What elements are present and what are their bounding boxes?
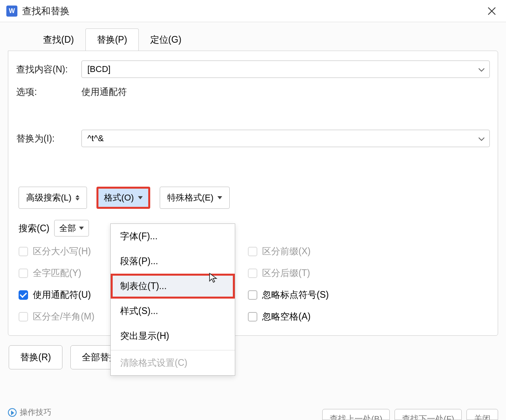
replace-value: ^t^&: [87, 133, 104, 144]
find-label: 查找内容(N):: [16, 63, 81, 76]
app-icon: W: [6, 6, 17, 17]
cursor-icon: [209, 272, 219, 283]
checkbox-icon: [19, 269, 28, 278]
checkbox-icon: [248, 312, 257, 322]
tab-goto[interactable]: 定位(G): [139, 28, 193, 51]
options-label: 选项:: [16, 86, 81, 98]
checkbox-checked-icon: [19, 290, 28, 300]
play-circle-icon: [8, 408, 17, 417]
advanced-search-button[interactable]: 高级搜索(L): [19, 187, 87, 209]
updown-icon: [76, 195, 79, 201]
menu-item-clear-format: 清除格式设置(C): [111, 350, 235, 375]
menu-item-style[interactable]: 样式(S)...: [111, 299, 235, 324]
chevron-down-icon[interactable]: [478, 64, 485, 74]
check-ignore-punct[interactable]: 忽略标点符号(S): [248, 289, 329, 301]
chevron-down-icon[interactable]: [478, 133, 485, 144]
find-prev-button[interactable]: 查找上一处(B): [322, 409, 390, 420]
tab-find[interactable]: 查找(D): [32, 28, 85, 51]
menu-item-highlight[interactable]: 突出显示(H): [111, 324, 235, 348]
find-input[interactable]: [BCD]: [81, 61, 490, 78]
search-scope-select[interactable]: 全部: [54, 220, 89, 236]
replace-input[interactable]: ^t^&: [81, 130, 490, 147]
close-button[interactable]: 关闭: [466, 409, 498, 420]
replace-label: 替换为(I):: [16, 132, 81, 145]
check-ignore-space[interactable]: 忽略空格(A): [248, 310, 329, 323]
check-prefix: 区分前缀(X): [248, 245, 329, 257]
options-value: 使用通配符: [81, 86, 127, 98]
special-format-button[interactable]: 特殊格式(E): [160, 187, 230, 209]
format-dropdown-menu: 字体(F)... 段落(P)... 制表位(T)... 样式(S)... 突出显…: [110, 223, 235, 376]
find-value: [BCD]: [87, 64, 111, 74]
checkbox-icon: [19, 247, 28, 256]
menu-item-paragraph[interactable]: 段落(P)...: [111, 249, 235, 274]
check-suffix: 区分后缀(T): [248, 267, 329, 279]
caret-down-icon: [79, 227, 84, 230]
checkbox-icon: [19, 312, 28, 322]
checkbox-icon: [248, 290, 257, 300]
tab-replace[interactable]: 替换(P): [85, 28, 139, 51]
replace-button[interactable]: 替换(R): [9, 345, 62, 369]
search-scope-label: 搜索(C): [19, 222, 49, 235]
caret-down-icon: [217, 196, 222, 199]
checkbox-icon: [248, 269, 257, 278]
format-button[interactable]: 格式(O): [96, 187, 150, 209]
caret-down-icon: [138, 196, 143, 199]
dialog-title: 查找和替换: [22, 5, 70, 17]
menu-item-font[interactable]: 字体(F)...: [111, 224, 235, 249]
tab-bar: 查找(D) 替换(P) 定位(G): [32, 28, 498, 51]
titlebar: W 查找和替换: [0, 0, 506, 22]
tab-panel-replace: 查找内容(N): [BCD] 选项: 使用通配符 替换为(I): ^t^&: [8, 51, 498, 336]
close-icon[interactable]: [484, 3, 500, 19]
checkbox-icon: [248, 247, 257, 256]
tips-link[interactable]: 操作技巧: [8, 407, 51, 418]
find-next-button[interactable]: 查找下一处(F): [395, 409, 462, 420]
